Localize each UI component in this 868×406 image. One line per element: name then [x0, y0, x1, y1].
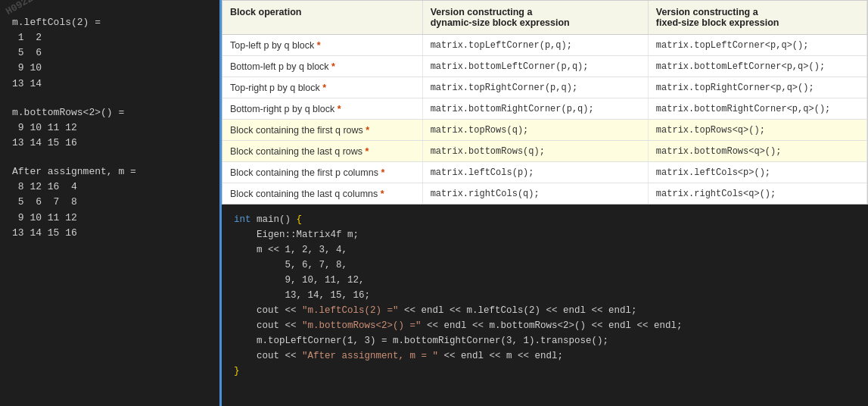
code-line: 13, 14, 15, 16; [234, 288, 856, 303]
code-line: m << 1, 2, 3, 4, [234, 242, 856, 258]
code-line: Eigen::Matrix4f m; [234, 227, 856, 242]
output-line: 1 2 [12, 30, 207, 45]
fixed-cell: matrix.rightCols<q>(); [648, 183, 866, 205]
code-line: int main() { [234, 212, 856, 227]
table-row: Bottom-right p by q block * matrix.botto… [222, 98, 867, 120]
right-panel: Block operation Version constructing ady… [219, 0, 868, 406]
col-header-dynamic: Version constructing adynamic-size block… [422, 1, 648, 35]
code-line: 5, 6, 7, 8, [234, 258, 856, 273]
dynamic-cell: matrix.rightCols(q); [422, 183, 648, 205]
dynamic-cell: matrix.topRightCorner(p,q); [422, 77, 648, 98]
code-line: m.topLeftCorner(1, 3) = m.bottomRightCor… [234, 333, 856, 348]
output-block-3: After assignment, m = 8 12 16 4 5 6 7 8 … [12, 164, 207, 241]
dynamic-cell: matrix.bottomLeftCorner(p,q); [422, 56, 648, 77]
output-line: 8 12 16 4 [12, 180, 207, 195]
output-line: 9 10 11 12 [12, 211, 207, 226]
output-block-1: m.leftCols(2) = 1 2 5 6 9 10 13 14 [12, 15, 207, 92]
output-line: 5 6 [12, 45, 207, 61]
table-row: Top-right p by q block * matrix.topRight… [222, 77, 867, 98]
table-row: Block containing the first p columns * m… [222, 162, 867, 183]
op-cell: Top-right p by q block * [222, 77, 422, 98]
dynamic-cell: matrix.bottomRows(q); [422, 141, 648, 162]
code-line: } [234, 364, 856, 379]
output-line: 9 10 11 12 [12, 120, 207, 136]
reference-table: Block operation Version constructing ady… [222, 0, 868, 205]
op-cell: Block containing the last q rows * [222, 141, 422, 162]
table-row: Block containing the last q columns * ma… [222, 183, 867, 205]
col-header-operation: Block operation [222, 1, 422, 35]
table-row-highlight: Block containing the last q rows * matri… [222, 141, 867, 162]
code-line: cout << "After assignment, m = " << endl… [234, 348, 856, 364]
op-cell: Bottom-right p by q block * [222, 98, 422, 120]
dynamic-cell: matrix.topRows(q); [422, 120, 648, 141]
op-cell: Block containing the first p columns * [222, 162, 422, 183]
output-line: 13 14 15 16 [12, 226, 207, 241]
table-row: Bottom-left p by q block * matrix.bottom… [222, 56, 867, 77]
output-line: m.bottomRows<2>() = [12, 105, 207, 120]
code-editor: int main() { Eigen::Matrix4f m; m << 1, … [222, 205, 868, 406]
output-line: 13 14 15 16 [12, 136, 207, 151]
output-line: 5 6 7 8 [12, 195, 207, 210]
fixed-cell: matrix.bottomLeftCorner<p,q>(); [648, 56, 866, 77]
left-output-panel: H0922771 2023-10-17 13:40 PFF35... m.lef… [0, 0, 219, 406]
output-block-2: m.bottomRows<2>() = 9 10 11 12 13 14 15 … [12, 105, 207, 151]
col-header-fixed: Version constructing afixed-size block e… [648, 1, 866, 35]
dynamic-cell: matrix.topLeftCorner(p,q); [422, 35, 648, 56]
dynamic-cell: matrix.leftCols(p); [422, 162, 648, 183]
fixed-cell: matrix.bottomRows<q>(); [648, 141, 866, 162]
op-cell: Top-left p by q block * [222, 35, 422, 56]
op-cell: Block containing the last q columns * [222, 183, 422, 205]
fixed-cell: matrix.bottomRightCorner<p,q>(); [648, 98, 866, 120]
fixed-cell: matrix.topRightCorner<p,q>(); [648, 77, 866, 98]
output-line: 9 10 [12, 61, 207, 76]
output-line: 13 14 [12, 77, 207, 92]
fixed-cell: matrix.topRows<q>(); [648, 120, 866, 141]
output-line: After assignment, m = [12, 164, 207, 180]
dynamic-cell: matrix.bottomRightCorner(p,q); [422, 98, 648, 120]
keyword-span: int [234, 212, 251, 227]
table-row-highlight: Block containing the first q rows * matr… [222, 120, 867, 141]
code-line: cout << "m.leftCols(2) =" << endl << m.l… [234, 303, 856, 318]
fixed-cell: matrix.topLeftCorner<p,q>(); [648, 35, 866, 56]
table-row: Top-left p by q block * matrix.topLeftCo… [222, 35, 867, 56]
code-line: 9, 10, 11, 12, [234, 273, 856, 288]
code-line: cout << "m.bottomRows<2>() =" << endl <<… [234, 318, 856, 333]
output-line: m.leftCols(2) = [12, 15, 207, 30]
fixed-cell: matrix.leftCols<p>(); [648, 162, 866, 183]
op-cell: Block containing the first q rows * [222, 120, 422, 141]
op-cell: Bottom-left p by q block * [222, 56, 422, 77]
